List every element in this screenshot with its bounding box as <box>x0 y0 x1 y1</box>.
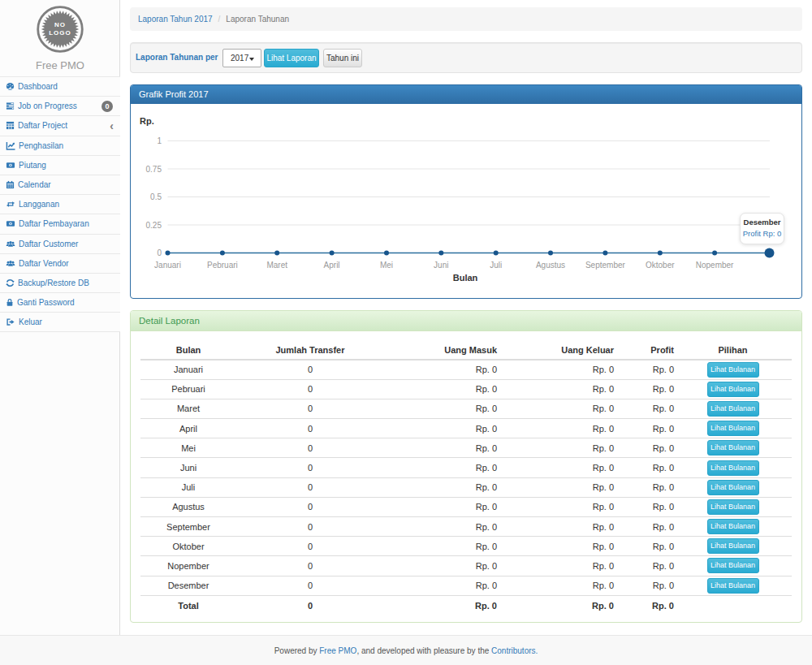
svg-text:Bulan: Bulan <box>453 273 478 283</box>
svg-text:Agustus: Agustus <box>536 261 565 270</box>
svg-text:NO: NO <box>54 21 66 28</box>
svg-text:Januari: Januari <box>154 261 181 270</box>
svg-text:Rp.: Rp. <box>140 116 154 126</box>
svg-text:Oktober: Oktober <box>646 261 675 270</box>
svg-text:Nopember: Nopember <box>696 261 734 270</box>
svg-text:Juni: Juni <box>434 261 448 270</box>
svg-text:LOGO: LOGO <box>49 29 71 37</box>
svg-text:0.5: 0.5 <box>150 192 162 201</box>
svg-text:September: September <box>585 261 626 270</box>
svg-text:0: 0 <box>157 248 162 257</box>
svg-text:Juli: Juli <box>490 261 502 270</box>
svg-text:April: April <box>324 261 340 270</box>
svg-text:0.75: 0.75 <box>146 165 162 174</box>
svg-text:1: 1 <box>157 136 162 145</box>
svg-text:0.25: 0.25 <box>146 221 162 230</box>
svg-text:Pebruari: Pebruari <box>207 261 238 270</box>
svg-text:Maret: Maret <box>266 261 287 270</box>
svg-text:Mei: Mei <box>380 261 393 270</box>
